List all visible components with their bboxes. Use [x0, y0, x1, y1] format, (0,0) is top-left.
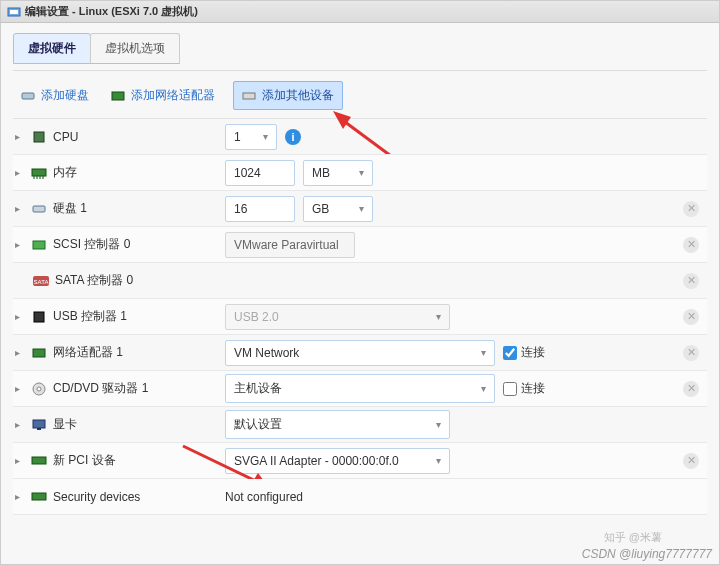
- expand-icon[interactable]: ▸: [15, 131, 25, 142]
- expand-icon[interactable]: ▸: [15, 491, 25, 502]
- nic-icon: [111, 89, 125, 103]
- svg-rect-8: [32, 169, 46, 176]
- row-usb1: ▸ USB 控制器 1 USB 2.0▾ ✕: [13, 299, 707, 335]
- pci-device-select[interactable]: SVGA II Adapter - 0000:00:0f.0▾: [225, 448, 450, 474]
- pci-icon: [31, 454, 47, 468]
- add-disk-button[interactable]: 添加硬盘: [17, 81, 93, 110]
- expand-icon[interactable]: ▸: [15, 167, 25, 178]
- cd-icon: [31, 382, 47, 396]
- tab-hardware[interactable]: 虚拟硬件: [13, 33, 91, 64]
- usb-type-select: USB 2.0▾: [225, 304, 450, 330]
- svg-rect-23: [32, 457, 46, 464]
- window-title: 编辑设置 - Linux (ESXi 7.0 虚拟机): [25, 4, 198, 19]
- toolbar: 添加硬盘 添加网络适配器 添加其他设备: [13, 70, 707, 118]
- svg-rect-4: [243, 93, 255, 99]
- remove-button[interactable]: ✕: [683, 381, 699, 397]
- svg-rect-1: [10, 10, 18, 14]
- video-icon: [31, 418, 47, 432]
- cpu-icon: [31, 130, 47, 144]
- svg-text:SATA: SATA: [34, 279, 49, 285]
- row-cpu: ▸ CPU 1▾ i: [13, 119, 707, 155]
- svg-rect-14: [33, 241, 45, 249]
- svg-rect-13: [33, 206, 45, 212]
- expand-icon[interactable]: ▸: [15, 383, 25, 394]
- tab-bar: 虚拟硬件 虚拟机选项: [13, 33, 707, 64]
- memory-icon: [31, 166, 47, 180]
- add-nic-button[interactable]: 添加网络适配器: [107, 81, 219, 110]
- row-memory: ▸ 内存 MB▾: [13, 155, 707, 191]
- svg-rect-3: [112, 92, 124, 100]
- expand-icon[interactable]: ▸: [15, 455, 25, 466]
- security-value: Not configured: [225, 490, 303, 504]
- svg-rect-26: [32, 493, 46, 500]
- svg-rect-22: [37, 428, 41, 430]
- watermark: CSDN @liuying7777777: [582, 547, 712, 561]
- info-icon[interactable]: i: [285, 129, 301, 145]
- row-security: ▸ Security devices Not configured: [13, 479, 707, 515]
- cd-source-select[interactable]: 主机设备▾: [225, 374, 495, 403]
- titlebar: 编辑设置 - Linux (ESXi 7.0 虚拟机): [1, 1, 719, 23]
- disk-size-input[interactable]: [225, 196, 295, 222]
- cpu-count-select[interactable]: 1▾: [225, 124, 277, 150]
- add-other-device-button[interactable]: 添加其他设备: [233, 81, 343, 110]
- expand-icon[interactable]: ▸: [15, 347, 25, 358]
- nic-connect-checkbox[interactable]: 连接: [503, 344, 545, 361]
- nic-icon: [31, 346, 47, 360]
- remove-button[interactable]: ✕: [683, 237, 699, 253]
- row-cd1: ▸ CD/DVD 驱动器 1 主机设备▾ 连接 ✕: [13, 371, 707, 407]
- expand-icon[interactable]: ▸: [15, 239, 25, 250]
- scsi-icon: [31, 238, 47, 252]
- svg-rect-2: [22, 93, 34, 99]
- row-video: ▸ 显卡 默认设置▾: [13, 407, 707, 443]
- video-settings-select[interactable]: 默认设置▾: [225, 410, 450, 439]
- window-icon: [7, 5, 21, 19]
- expand-icon[interactable]: ▸: [15, 419, 25, 430]
- svg-rect-17: [34, 312, 44, 322]
- expand-icon[interactable]: ▸: [15, 203, 25, 214]
- disk-icon: [21, 89, 35, 103]
- svg-rect-21: [33, 420, 45, 428]
- sata-icon: SATA: [33, 274, 49, 288]
- remove-button[interactable]: ✕: [683, 345, 699, 361]
- svg-point-20: [37, 387, 41, 391]
- usb-icon: [31, 310, 47, 324]
- disk-icon: [31, 202, 47, 216]
- scsi-value: VMware Paravirtual: [225, 232, 355, 258]
- security-icon: [31, 490, 47, 504]
- row-disk1: ▸ 硬盘 1 GB▾ ✕: [13, 191, 707, 227]
- svg-rect-7: [34, 132, 44, 142]
- row-new-pci: ▸ 新 PCI 设备 SVGA II Adapter - 0000:00:0f.…: [13, 443, 707, 479]
- remove-button[interactable]: ✕: [683, 201, 699, 217]
- svg-rect-18: [33, 349, 45, 357]
- memory-unit-select[interactable]: MB▾: [303, 160, 373, 186]
- hardware-grid: ▸ CPU 1▾ i ▸ 内存 MB▾ ▸: [13, 118, 707, 515]
- device-icon: [242, 89, 256, 103]
- remove-button[interactable]: ✕: [683, 273, 699, 289]
- watermark: 知乎 @米薯: [604, 530, 662, 545]
- disk-unit-select[interactable]: GB▾: [303, 196, 373, 222]
- cd-connect-checkbox[interactable]: 连接: [503, 380, 545, 397]
- nic-network-select[interactable]: VM Network▾: [225, 340, 495, 366]
- row-scsi0: ▸ SCSI 控制器 0 VMware Paravirtual ✕: [13, 227, 707, 263]
- row-nic1: ▸ 网络适配器 1 VM Network▾ 连接 ✕: [13, 335, 707, 371]
- memory-size-input[interactable]: [225, 160, 295, 186]
- tab-vm-options[interactable]: 虚拟机选项: [90, 33, 180, 64]
- expand-icon[interactable]: ▸: [15, 311, 25, 322]
- row-sata0: SATA SATA 控制器 0 ✕: [13, 263, 707, 299]
- remove-button[interactable]: ✕: [683, 453, 699, 469]
- remove-button[interactable]: ✕: [683, 309, 699, 325]
